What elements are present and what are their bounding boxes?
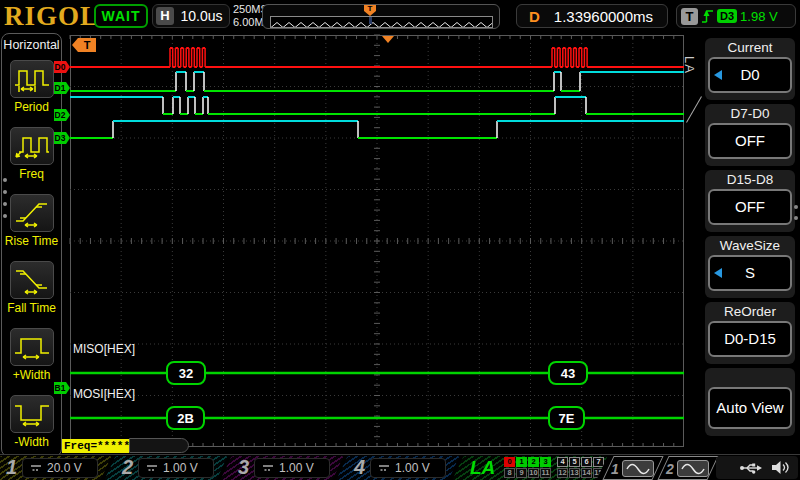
menu-item-d15-d8[interactable]: D15-D8 OFF — [705, 170, 795, 232]
menu-item-title: D15-D8 — [705, 170, 795, 189]
channel-4-block[interactable]: 4 1.00 V — [336, 456, 459, 480]
channel-1-block[interactable]: 1 20.0 V — [0, 456, 112, 480]
channel-3-scale-box[interactable]: 1.00 V — [254, 458, 330, 478]
auto-view-button[interactable]: Auto View — [708, 387, 792, 429]
fall-time-button[interactable] — [10, 261, 54, 299]
menu-item-value[interactable]: D0-D15 — [708, 321, 792, 357]
menu-item-auto-view[interactable]: Auto View — [705, 368, 795, 436]
period-button[interactable] — [10, 60, 54, 98]
d7-d0-state: OFF — [735, 132, 765, 149]
channel-2-number: 2 — [122, 456, 133, 479]
digital-indicator-9[interactable]: 9 — [516, 468, 527, 478]
trigger-level-value: 1.98 V — [740, 9, 778, 24]
digital-indicator-7[interactable]: 7 — [593, 457, 604, 467]
sine-wave-icon — [681, 463, 705, 475]
la-menu-tab[interactable]: LA — [682, 56, 697, 74]
la-block[interactable]: LA 01234567 89101112131415 — [452, 456, 607, 480]
menu-item-value[interactable]: OFF — [708, 123, 792, 159]
right-menu-page-dot — [794, 216, 798, 220]
menu-item-value[interactable]: OFF — [708, 189, 792, 225]
digital-indicator-0[interactable]: 0 — [504, 457, 515, 467]
d15-d8-state: OFF — [735, 198, 765, 215]
menu-item-value[interactable]: D0 — [708, 57, 792, 93]
digital-indicator-11[interactable]: 11 — [540, 468, 551, 478]
digital-indicator-3[interactable]: 3 — [540, 457, 551, 467]
menu-item-reorder[interactable]: ReOrder D0-D15 — [705, 302, 795, 364]
channel-1-number: 1 — [6, 456, 17, 479]
freq-button[interactable] — [10, 127, 54, 165]
source-2-waveform-box — [677, 460, 709, 477]
waveform-display[interactable]: TD0D1D2D3MISO[HEX]3243MOSI[HEX]2B7EB1 — [50, 33, 690, 453]
speaker-icon[interactable] — [771, 460, 790, 475]
neg-width-button[interactable] — [10, 395, 54, 433]
channel-2-scale-box[interactable]: 1.00 V — [138, 458, 214, 478]
source-1-waveform-box — [622, 460, 654, 477]
waveform-preview-bar[interactable]: T — [262, 4, 500, 29]
menu-item-wavesize[interactable]: WaveSize S — [705, 236, 795, 298]
digital-waveform-D1 — [70, 72, 684, 91]
current-channel-value: D0 — [740, 66, 759, 83]
neg-width-icon — [13, 399, 51, 429]
left-arrow-icon — [714, 70, 722, 80]
preview-trigger-marker[interactable]: T — [364, 5, 376, 16]
svg-text:MISO[HEX]: MISO[HEX] — [73, 342, 135, 356]
period-icon — [13, 64, 51, 94]
menu-page-dot — [3, 178, 7, 182]
left-arrow-icon — [714, 268, 722, 278]
rise-time-button[interactable] — [10, 194, 54, 232]
channel-4-scale-box[interactable]: 1.00 V — [370, 458, 446, 478]
svg-text:B1: B1 — [55, 383, 66, 393]
trigger-readout[interactable]: T D3 1.98 V — [676, 4, 796, 28]
source-1-number: 1 — [611, 461, 619, 477]
channel-2-block[interactable]: 2 1.00 V — [104, 456, 227, 480]
source-1-slot[interactable]: 1 — [602, 456, 663, 480]
svg-text:D3: D3 — [55, 133, 66, 143]
menu-page-dot — [3, 214, 7, 218]
trigger-label-chip: T — [681, 8, 698, 25]
digital-indicator-13[interactable]: 13 — [569, 468, 580, 478]
menu-item-title: Current — [705, 38, 795, 57]
trigger-source-chip: D3 — [717, 9, 737, 23]
pos-width-button[interactable] — [10, 328, 54, 366]
la-status-label: LA — [470, 457, 495, 479]
digital-indicator-8[interactable]: 8 — [504, 468, 515, 478]
digital-indicator-5[interactable]: 5 — [569, 457, 580, 467]
channel-3-block[interactable]: 3 1.00 V — [220, 456, 343, 480]
usb-icon[interactable] — [739, 461, 763, 475]
coupling-icon — [262, 464, 274, 473]
channel-1-scale-box[interactable]: 20.0 V — [22, 458, 98, 478]
channel-3-scale: 1.00 V — [279, 461, 314, 475]
digital-indicator-4[interactable]: 4 — [557, 457, 568, 467]
svg-text:T: T — [84, 39, 91, 51]
preview-zigzag-icon — [271, 19, 493, 28]
menu-item-value[interactable]: S — [708, 255, 792, 291]
menu-item-title: WaveSize — [705, 236, 795, 255]
digital-indicator-10[interactable]: 10 — [528, 468, 539, 478]
digital-channel-indicators[interactable]: 01234567 89101112131415 — [504, 457, 605, 479]
digital-waveform-D0 — [70, 48, 684, 67]
coupling-icon — [378, 464, 390, 473]
freq-measurement-badge[interactable]: Freq=***** — [62, 439, 129, 453]
menu-item-title: D7-D0 — [705, 104, 795, 123]
digital-indicator-6[interactable]: 6 — [581, 457, 592, 467]
digital-indicator-14[interactable]: 14 — [581, 468, 592, 478]
rise-time-icon — [13, 198, 51, 228]
digital-indicator-12[interactable]: 12 — [557, 468, 568, 478]
source-2-slot[interactable]: 2 — [657, 456, 718, 480]
digital-indicator-15[interactable]: 15 — [593, 468, 604, 478]
horizontal-timebase-box[interactable]: H 10.0us — [152, 4, 230, 28]
horizontal-offset-readout[interactable]: D 1.33960000ms — [516, 4, 668, 28]
svg-text:2B: 2B — [177, 411, 194, 426]
digital-indicator-1[interactable]: 1 — [516, 457, 527, 467]
menu-item-d7-d0[interactable]: D7-D0 OFF — [705, 104, 795, 166]
oscilloscope-screen: RIGOL WAIT H 10.0us 250MSa/s 6.00M pts T… — [0, 0, 800, 480]
preview-strip — [270, 16, 493, 28]
digital-indicator-2[interactable]: 2 — [528, 457, 539, 467]
svg-text:43: 43 — [561, 366, 575, 381]
channel-2-scale: 1.00 V — [163, 461, 198, 475]
menu-item-current[interactable]: Current D0 — [705, 38, 795, 100]
menu-page-dot — [3, 190, 7, 194]
fall-time-icon — [13, 265, 51, 295]
source-2-number: 2 — [666, 461, 674, 477]
empty-measurement-slot — [129, 438, 189, 453]
